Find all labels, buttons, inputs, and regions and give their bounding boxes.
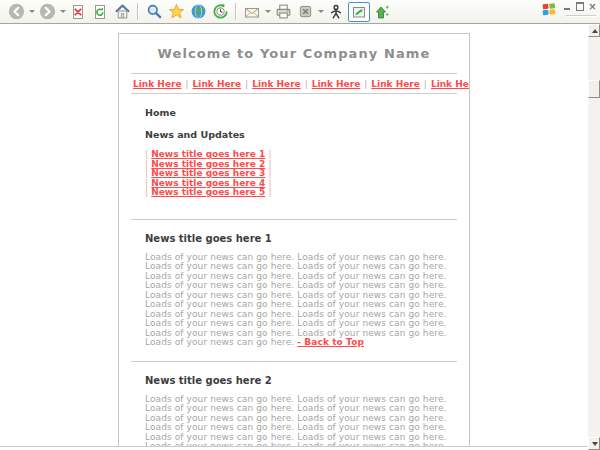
home-button[interactable] — [112, 2, 132, 22]
nav-separator: | — [245, 79, 248, 89]
pipe: | — [145, 159, 148, 169]
home-icon — [114, 3, 131, 20]
windows-flag-logo — [542, 1, 556, 20]
news-link-1[interactable]: News title goes here 1 — [151, 149, 265, 159]
restore-button[interactable] — [575, 2, 584, 11]
scroll-down-button[interactable] — [588, 437, 600, 450]
nav-link-3[interactable]: Link Here — [252, 79, 301, 89]
nav-separator: | — [424, 79, 427, 89]
news-link-2[interactable]: News title goes here 2 — [151, 159, 265, 169]
mail-button[interactable] — [242, 2, 262, 22]
back-button[interactable] — [6, 2, 26, 22]
pipe: | — [268, 159, 271, 169]
favorites-button[interactable] — [166, 2, 186, 22]
nav-link-2[interactable]: Link Here — [193, 79, 242, 89]
media-globe-icon — [190, 3, 207, 20]
news-section-2-body: Loads of your news can go here. Loads of… — [145, 395, 457, 447]
search-button[interactable] — [144, 2, 164, 22]
nav-separator: | — [305, 79, 308, 89]
news-link-4[interactable]: News title goes here 4 — [151, 178, 265, 188]
news-link-5[interactable]: News title goes here 5 — [151, 187, 265, 197]
toolbar-separator — [235, 3, 237, 20]
nav-link-1[interactable]: Link Here — [133, 79, 182, 89]
pipe: | — [145, 149, 148, 159]
forward-button[interactable] — [37, 2, 57, 22]
nav-separator: | — [186, 79, 189, 89]
history-button[interactable] — [210, 2, 230, 22]
pipe: | — [268, 149, 271, 159]
scroll-down-arrow-icon — [592, 442, 598, 446]
pipe: | — [145, 168, 148, 178]
stop-button[interactable] — [68, 2, 88, 22]
forward-menu-button[interactable] — [58, 2, 67, 22]
mail-icon — [243, 4, 261, 20]
minimize-button[interactable] — [562, 2, 571, 11]
mail-menu-button[interactable] — [263, 2, 272, 22]
back-to-top-link[interactable]: - Back to Top — [297, 337, 364, 347]
divider — [131, 93, 457, 94]
pipe: | — [145, 178, 148, 188]
scroll-up-arrow-icon — [592, 29, 598, 33]
news-section-2-title: News title goes here 2 — [145, 375, 457, 386]
messenger-icon — [298, 4, 313, 19]
nav-links-bar: Link Here|Link Here|Link Here|Link Here|… — [131, 79, 457, 89]
panel-toggle-icon — [351, 4, 367, 20]
newsletter-page: Welcome to Your Company Name Link Here|L… — [118, 33, 470, 446]
pipe: | — [268, 187, 271, 197]
stop-icon — [70, 4, 86, 20]
aim-button[interactable] — [326, 2, 346, 22]
page-title: Welcome to Your Company Name — [131, 46, 457, 61]
search-icon — [146, 3, 163, 20]
nav-link-5[interactable]: Link Here — [371, 79, 420, 89]
window-controls: × — [562, 2, 597, 11]
brand-underline — [566, 15, 596, 17]
news-link-row: | News title goes here 5 | — [145, 188, 457, 198]
favorites-star-icon — [168, 3, 185, 20]
back-menu-button[interactable] — [27, 2, 36, 22]
divider — [131, 219, 457, 220]
news-section-1-body: Loads of your news can go here. Loads of… — [145, 253, 457, 348]
minimize-icon — [564, 8, 570, 10]
aim-man-icon — [328, 4, 344, 20]
pipe: | — [145, 187, 148, 197]
scrollbar-thumb[interactable] — [588, 80, 600, 98]
nav-link-6[interactable]: Link Here — [431, 79, 470, 89]
divider — [131, 361, 457, 362]
news-section-1-text: Loads of your news can go here. Loads of… — [145, 252, 447, 348]
news-link-3[interactable]: News title goes here 3 — [151, 168, 265, 178]
panel-toggle-button[interactable] — [348, 2, 370, 22]
refresh-button[interactable] — [90, 2, 110, 22]
messenger-menu-button[interactable] — [316, 2, 325, 22]
download-plugin-icon — [374, 4, 390, 20]
pipe: | — [268, 168, 271, 178]
browser-toolbar: × — [0, 0, 600, 24]
news-section-1-title: News title goes here 1 — [145, 233, 457, 244]
news-and-updates-heading: News and Updates — [145, 129, 457, 140]
restore-icon — [576, 2, 584, 11]
pipe: | — [268, 178, 271, 188]
download-plugin-button[interactable] — [372, 2, 392, 22]
refresh-icon — [92, 4, 108, 20]
mail-menu-caret — [265, 10, 271, 13]
history-icon — [212, 3, 229, 20]
close-button[interactable]: × — [588, 2, 597, 11]
close-icon: × — [588, 2, 596, 11]
messenger-menu-caret — [318, 10, 324, 13]
nav-separator: | — [364, 79, 367, 89]
forward-icon — [39, 3, 56, 20]
window-bottom-edge — [0, 446, 588, 447]
back-icon — [8, 3, 25, 20]
print-icon — [275, 3, 292, 20]
nav-link-4[interactable]: Link Here — [312, 79, 361, 89]
print-button[interactable] — [273, 2, 293, 22]
divider — [131, 73, 457, 74]
media-button[interactable] — [188, 2, 208, 22]
forward-menu-caret — [60, 10, 66, 13]
news-links-list: | News title goes here 1 | | News title … — [145, 150, 457, 198]
scroll-up-button[interactable] — [588, 24, 600, 37]
vertical-scrollbar[interactable] — [588, 24, 600, 450]
toolbar-separator — [137, 3, 139, 20]
back-menu-caret — [29, 10, 35, 13]
home-label: Home — [145, 107, 457, 118]
messenger-button[interactable] — [295, 2, 315, 22]
